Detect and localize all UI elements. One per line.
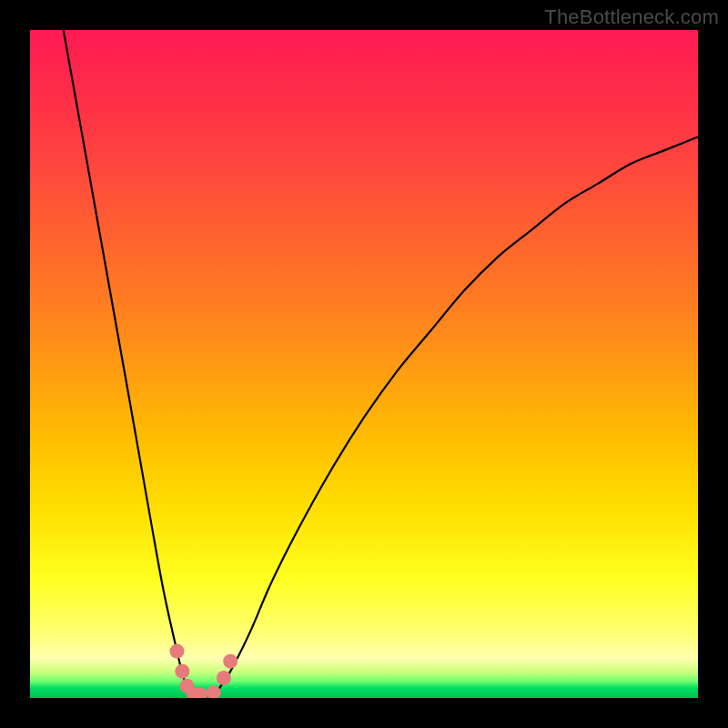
curve-marker [223,654,238,669]
curve-marker [217,671,231,685]
watermark-text: TheBottleneck.com [544,5,719,29]
bottleneck-curve [64,30,698,698]
plot-area [30,30,698,698]
curve-marker [169,644,184,659]
curve-layer [30,30,698,698]
curve-marker [175,664,189,679]
curve-markers [169,644,238,698]
chart-frame: TheBottleneck.com [0,0,728,728]
curve-marker [207,685,221,698]
